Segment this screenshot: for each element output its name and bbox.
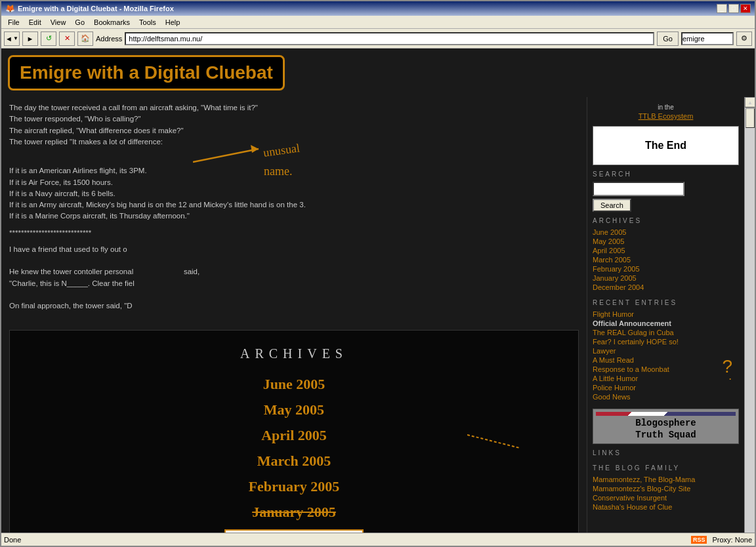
blog-family-link-3[interactable]: Conservative Insurgent [593, 494, 739, 502]
left-column: The day the tower received a call from a… [1, 97, 587, 533]
menu-file[interactable]: File [4, 18, 24, 27]
close-button[interactable]: ✕ [740, 4, 751, 13]
archive-link-june-2005[interactable]: June 2005 [23, 373, 565, 395]
blog-family-link-4[interactable]: Natasha's House of Clue [593, 503, 739, 511]
ttlb-in-the-text: in the [658, 104, 673, 111]
back-button[interactable]: ◄ ▼ [4, 31, 20, 46]
search-title: SEARCH [593, 171, 739, 178]
archive-link-december-2004[interactable]: December 2004 [224, 529, 364, 533]
blog-family-title: THE BLOG FAMILY [593, 464, 739, 472]
toolbar: ◄ ▼ ► ↺ ✕ 🏠 Address Go ⚙ [1, 29, 755, 49]
refresh-button[interactable]: ↺ [41, 31, 56, 46]
post-line-1: The day the tower received a call from a… [9, 102, 579, 148]
status-text: Done [4, 536, 21, 544]
sidebar-search-button[interactable]: Search [593, 199, 631, 212]
menu-bar: File Edit View Go Bookmarks Tools Help [1, 16, 755, 29]
blog-family-link-2[interactable]: Mamamontezz's Blog-City Site [593, 485, 739, 493]
sidebar-archive-december-2004[interactable]: December 2004 [593, 283, 739, 291]
rss-icon[interactable]: RSS [691, 536, 707, 544]
settings-button[interactable]: ⚙ [736, 31, 752, 46]
archive-link-may-2005[interactable]: May 2005 [23, 399, 565, 420]
archives-sidebar-title: ARCHIVES [593, 217, 739, 224]
scroll-up-button[interactable]: ▲ [745, 97, 755, 108]
archive-link-march-2005[interactable]: March 2005 [23, 450, 565, 472]
address-bar-container: Address Go [96, 31, 679, 46]
archives-section: ARCHIVES June 2005 May 2005 April 2005 M… [9, 330, 579, 533]
badge-text-line2: Truth Squad [596, 429, 736, 441]
menu-go[interactable]: Go [71, 18, 89, 27]
recent-moonbat[interactable]: Response to a Moonbat [593, 365, 739, 373]
back-icon: ◄ [5, 35, 12, 43]
right-sidebar: in the TTLB Ecosystem The End SEARCH Sea… [587, 97, 744, 533]
sidebar-archive-january-2005[interactable]: January 2005 [593, 274, 739, 282]
toolbar-search-input[interactable] [681, 32, 734, 45]
sidebar-archives-section: ARCHIVES June 2005 May 2005 April 2005 M… [593, 217, 739, 291]
post-text-3: I have a friend that used to fly out o H… [9, 244, 579, 323]
page-body: Emigre with a Digital Cluebat The day th… [1, 49, 755, 533]
site-header: Emigre with a Digital Cluebat [1, 49, 755, 97]
sidebar-archive-february-2005[interactable]: February 2005 [593, 265, 739, 273]
blog-family-section: THE BLOG FAMILY Mamamontezz, The Blog-Ma… [593, 464, 739, 511]
sidebar-archive-april-2005[interactable]: April 2005 [593, 247, 739, 254]
content-area: Emigre with a Digital Cluebat The day th… [1, 49, 755, 533]
stop-button[interactable]: ✕ [59, 31, 75, 46]
recent-entries-title: RECENT ENTRIES [593, 299, 739, 306]
ttlb-section: in the TTLB Ecosystem [593, 102, 739, 121]
archive-link-april-2005[interactable]: April 2005 [23, 424, 565, 446]
status-bar: Done RSS Proxy: None [1, 533, 755, 546]
status-right: RSS Proxy: None [691, 536, 752, 544]
ttlb-link[interactable]: TTLB Ecosystem [639, 112, 694, 120]
blogosphere-badge: Blogosphere Truth Squad [593, 409, 739, 444]
content-wrapper: The day the tower received a call from a… [1, 97, 755, 533]
recent-little-humor[interactable]: A Little Humor [593, 375, 739, 382]
forward-button[interactable]: ► [22, 31, 38, 46]
maximize-button[interactable]: □ [728, 4, 739, 13]
recent-gulag[interactable]: The REAL Gulag in Cuba [593, 329, 739, 336]
question-mark-annotation: ? [722, 356, 732, 377]
recent-lawyer[interactable]: Lawyer [593, 347, 739, 355]
blog-family-link-1[interactable]: Mamamontezz, The Blog-Mama [593, 476, 739, 483]
recent-must-read[interactable]: A Must Read [593, 356, 739, 364]
archive-link-january-2005[interactable]: January 2005 [23, 501, 565, 523]
proxy-text: Proxy: None [712, 536, 752, 544]
the-end-box: The End [593, 126, 739, 165]
recent-fear[interactable]: Fear? I certainly HOPE so! [593, 338, 739, 346]
sidebar-archive-june-2005[interactable]: June 2005 [593, 228, 739, 236]
menu-help[interactable]: Help [161, 18, 184, 27]
site-header-inner: Emigre with a Digital Cluebat [8, 55, 285, 91]
scroll-thumb[interactable] [746, 108, 755, 128]
sidebar-archive-march-2005[interactable]: March 2005 [593, 256, 739, 264]
search-bar-container [681, 32, 734, 45]
dot-annotation: • [729, 376, 731, 382]
browser-window: 🦊 Emigre with a Digital Cluebat - Mozill… [0, 0, 756, 547]
sidebar-archive-may-2005[interactable]: May 2005 [593, 237, 739, 245]
main-content: Emigre with a Digital Cluebat The day th… [1, 49, 755, 533]
badge-flag-strip [596, 412, 736, 416]
address-label: Address [96, 35, 122, 43]
minimize-button[interactable]: _ [717, 4, 727, 13]
recent-good-news[interactable]: Good News [593, 393, 739, 401]
menu-view[interactable]: View [47, 18, 70, 27]
scroll-track [745, 108, 755, 533]
title-bar-text: 🦊 Emigre with a Digital Cluebat - Mozill… [5, 4, 174, 13]
search-section: SEARCH Search [593, 171, 739, 212]
recent-flight-humor[interactable]: Flight Humor [593, 310, 739, 318]
scrollbar[interactable]: ▲ ▼ [744, 97, 755, 533]
go-button[interactable]: Go [657, 31, 679, 46]
menu-tools[interactable]: Tools [135, 18, 160, 27]
menu-bookmarks[interactable]: Bookmarks [90, 18, 134, 27]
menu-edit[interactable]: Edit [25, 18, 45, 27]
archive-link-february-2005[interactable]: February 2005 [23, 476, 565, 497]
home-button[interactable]: 🏠 [77, 31, 93, 46]
badge-text-line1: Blogosphere [596, 417, 736, 429]
recent-official-announcement[interactable]: Official Announcement [593, 319, 739, 327]
back-dropdown-icon: ▼ [13, 35, 18, 41]
recent-entries-section: RECENT ENTRIES Flight Humor Official Ann… [593, 299, 739, 401]
archives-wrapper: ARCHIVES June 2005 May 2005 April 2005 M… [9, 330, 579, 533]
recent-police-humor[interactable]: Police Humor [593, 384, 739, 392]
links-section: LINKS [593, 449, 739, 456]
address-input[interactable] [125, 32, 654, 45]
post-text-block: The day the tower received a call from a… [9, 102, 579, 533]
sidebar-search-input[interactable] [593, 182, 684, 196]
divider-1: **************************** [9, 228, 579, 239]
